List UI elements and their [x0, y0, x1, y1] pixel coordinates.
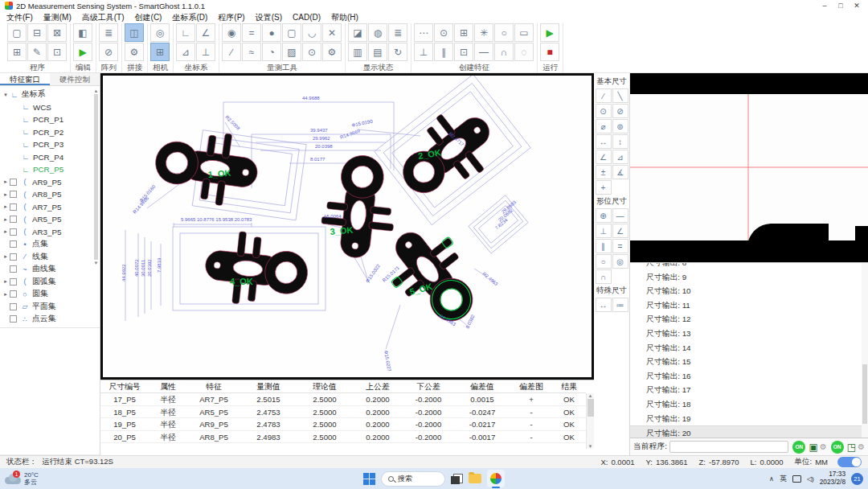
tree-item-平面集[interactable]: ▱平面集	[2, 301, 100, 314]
create-distance-button[interactable]: —	[474, 43, 493, 61]
image-export-icon[interactable]: ▣	[809, 442, 817, 453]
tree-checkbox[interactable]	[10, 179, 17, 186]
dim-output-item[interactable]: 尺寸输出: 14	[646, 341, 868, 355]
tree-checkbox[interactable]	[10, 253, 17, 261]
array-create-button[interactable]: ≣	[99, 23, 118, 42]
circle-tool-button[interactable]: ●	[262, 23, 281, 42]
measurement-canvas[interactable]: 44.968839.943729.996220.03988.0177Φ15.01…	[100, 73, 594, 380]
task-view-button[interactable]	[451, 474, 463, 484]
image-export-settings-icon[interactable]: ⚙	[820, 442, 827, 451]
export-program-button[interactable]: ⊟	[27, 23, 47, 42]
tree-item-AR8_P5[interactable]: ▸(AR8_P5	[2, 188, 100, 201]
dim-output-item[interactable]: 尺寸输出: 11	[646, 298, 868, 313]
dim-angle-button[interactable]: ∠	[596, 150, 612, 164]
file-explorer-button[interactable]	[469, 474, 481, 483]
create-tag-button[interactable]: ⊙	[434, 23, 453, 42]
expander-icon[interactable]: ▸	[2, 216, 10, 223]
array-cancel-button[interactable]: ⊘	[99, 43, 118, 61]
tree-item-点集[interactable]: •点集	[2, 238, 100, 251]
menu-item-4[interactable]: 坐标系(D)	[172, 12, 207, 23]
start-button[interactable]	[363, 473, 375, 485]
table-row[interactable]: 19_P5半径AR9_P52.47832.50000.2000-0.2000-0…	[100, 418, 594, 431]
table-row[interactable]: 17_P5半径AR7_P52.50152.50000.2000-0.20000.…	[100, 393, 594, 406]
display-mode-2-button[interactable]: ≣	[388, 23, 407, 42]
special-list-button[interactable]: ≔	[612, 298, 628, 312]
axis-build-1-button[interactable]: ∟	[176, 23, 195, 42]
dim-height-button[interactable]: ↕	[612, 134, 628, 149]
menu-item-0[interactable]: 文件(F)	[6, 12, 33, 23]
stitch-settings-button[interactable]: ⚙	[125, 43, 144, 61]
expander-icon[interactable]: ▸	[2, 191, 10, 198]
focus-center-button[interactable]: ◎	[150, 23, 170, 42]
dim-output-item[interactable]: 尺寸输出: 15	[646, 355, 868, 369]
special-span-button[interactable]: ↔	[596, 298, 612, 312]
tree-item-坐标系[interactable]: ▾∟坐标系	[2, 88, 100, 101]
dim-output-item[interactable]: 尺寸输出: 19	[646, 412, 868, 426]
dim-tolerance-button[interactable]: ±	[596, 165, 612, 179]
close-button[interactable]: ✕	[849, 2, 865, 10]
dim-output-item[interactable]: 尺寸输出: 16	[646, 369, 868, 384]
dim-angle-2-button[interactable]: ∡	[612, 165, 628, 179]
tree-checkbox[interactable]	[10, 303, 17, 310]
image-stitch-button[interactable]: ◫	[125, 23, 144, 42]
maximize-button[interactable]: □	[833, 2, 849, 10]
show-image-button[interactable]: ◪	[348, 23, 367, 42]
output-toggle-2[interactable]: ON	[831, 441, 844, 454]
show-chart-button[interactable]: ▥	[348, 43, 367, 61]
unit-toggle[interactable]	[837, 457, 862, 467]
tree-item-点云集[interactable]: ∴点云集	[2, 313, 100, 326]
camera-grid-button[interactable]: ⊞	[150, 43, 170, 61]
edit-image-button[interactable]: ◧	[73, 23, 92, 42]
expander-icon[interactable]: ▸	[2, 179, 10, 185]
create-region-button[interactable]: ⊡	[454, 43, 473, 61]
tree-checkbox[interactable]	[10, 265, 17, 273]
expander-icon[interactable]: ▸	[2, 228, 10, 235]
tree-checkbox[interactable]	[10, 191, 17, 198]
dim-output-item[interactable]: 尺寸输出: 17	[646, 383, 868, 397]
region-select-button[interactable]: ⊠	[47, 23, 67, 42]
taskbar-clock[interactable]: 17:33 2023/2/8	[820, 471, 845, 487]
tree-item-PCR_P2[interactable]: ∟PCR_P2	[2, 126, 100, 139]
dim-output-item[interactable]: 尺寸输出: 20	[630, 425, 868, 438]
create-perpendicular-button[interactable]: ⊥	[414, 43, 433, 61]
tree-checkbox[interactable]	[10, 203, 17, 211]
menu-item-1[interactable]: 量测(M)	[43, 12, 72, 23]
expander-icon[interactable]: ▸	[2, 291, 10, 298]
create-cloud-button[interactable]: ◌	[514, 43, 534, 61]
rect-tool-button[interactable]: ▢	[282, 23, 301, 42]
create-arc-button[interactable]: ∩	[494, 43, 514, 61]
table-row[interactable]: 20_P5半径AR8_P52.49832.50000.2000-0.2000-0…	[100, 431, 594, 444]
dim-output-item[interactable]: 尺寸输出: 12	[646, 312, 868, 327]
dim-circle-button[interactable]: ⊙	[596, 104, 612, 118]
gdt-position-button[interactable]: ⊕	[596, 208, 612, 223]
create-mirror-button[interactable]: ∥	[434, 43, 453, 61]
dim-point-button[interactable]: +	[596, 180, 612, 195]
menu-item-7[interactable]: CAD(D)	[293, 13, 321, 22]
scroll-down-icon[interactable]: ▼	[588, 444, 593, 449]
tree-checkbox[interactable]	[10, 228, 17, 236]
expander-icon[interactable]: ▸	[2, 278, 10, 285]
menu-item-5[interactable]: 程序(P)	[218, 12, 244, 23]
program-settings-button[interactable]: ⊡	[47, 43, 67, 61]
dim-output-item[interactable]: 尺寸输出: 9	[646, 270, 868, 285]
smartghost-app-button[interactable]	[487, 470, 505, 487]
tree-checkbox[interactable]	[10, 278, 17, 286]
apply-edit-button[interactable]: ▶	[73, 43, 92, 61]
dim-line-a-button[interactable]: ∕	[596, 88, 612, 103]
tree-item-圆弧集[interactable]: ▸(圆弧集	[2, 276, 100, 289]
axis-build-3-button[interactable]: ∠	[196, 23, 215, 42]
scan-tool-button[interactable]: ⊙	[302, 43, 321, 61]
menu-item-6[interactable]: 设置(S)	[256, 12, 282, 23]
tree-checkbox[interactable]	[10, 240, 17, 248]
tree-scrollbar[interactable]: ▲▼	[93, 88, 99, 265]
dim-output-item[interactable]: 尺寸输出: 8	[646, 262, 868, 270]
line-tool-button[interactable]: ∕	[222, 43, 241, 61]
create-offset-button[interactable]: ⊞	[454, 23, 473, 42]
tree-item-AR7_P5[interactable]: ▸(AR7_P5	[2, 201, 100, 214]
gdt-straightness-button[interactable]: —	[612, 208, 628, 223]
tab-feature-window[interactable]: 特征窗口	[0, 73, 50, 85]
dim-line-b-button[interactable]: ╲	[612, 88, 628, 103]
manual-pick-tool-button[interactable]: ◉	[222, 23, 241, 42]
expander-icon[interactable]: ▾	[2, 92, 10, 98]
dim-width-button[interactable]: ↔	[596, 134, 612, 149]
